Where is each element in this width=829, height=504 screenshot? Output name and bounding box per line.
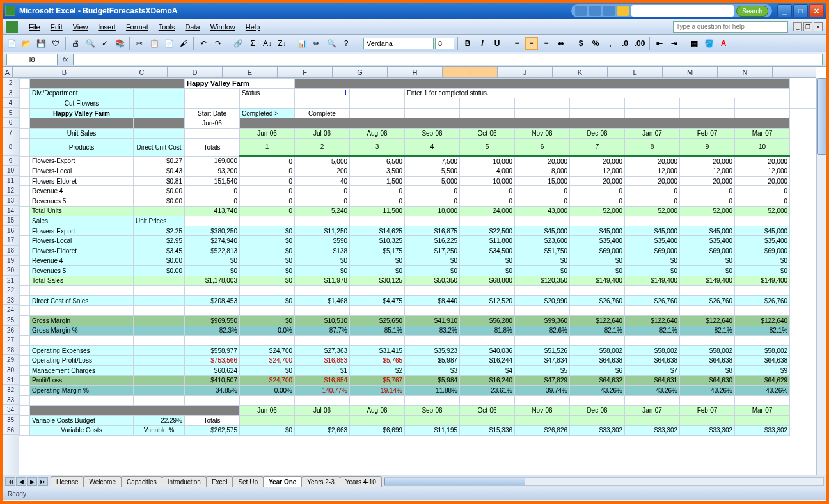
- cell[interactable]: Variable Costs Budget: [30, 416, 134, 426]
- cell[interactable]: $380,250: [185, 226, 240, 236]
- cell[interactable]: [570, 416, 625, 426]
- cell[interactable]: 5,000: [295, 156, 350, 166]
- cell[interactable]: $0: [570, 266, 625, 276]
- cell[interactable]: Jul-06: [295, 406, 350, 416]
- copy-icon[interactable]: 📋: [148, 37, 161, 50]
- row-header[interactable]: 25: [3, 315, 19, 326]
- cell[interactable]: [134, 386, 185, 396]
- cell[interactable]: 12,000: [735, 166, 790, 177]
- cell[interactable]: 82.1%: [625, 326, 680, 336]
- cell[interactable]: [240, 395, 295, 406]
- cell[interactable]: Jun-06: [240, 406, 295, 416]
- cell[interactable]: Flowers-Eldoret: [30, 176, 134, 186]
- cell[interactable]: [680, 98, 735, 109]
- row-header[interactable]: 13: [3, 196, 19, 206]
- cell[interactable]: $0: [460, 266, 515, 276]
- row-header[interactable]: 20: [3, 265, 19, 276]
- cell[interactable]: $0: [240, 425, 295, 436]
- cell[interactable]: [515, 306, 570, 316]
- cell[interactable]: Aug-06: [350, 406, 405, 416]
- cell[interactable]: $0: [460, 256, 515, 266]
- cell[interactable]: 52,000: [570, 206, 625, 216]
- sort-asc-icon[interactable]: A↓: [261, 37, 274, 50]
- cell[interactable]: Revenue 4: [30, 186, 134, 196]
- row-header[interactable]: 16: [3, 226, 19, 236]
- cell[interactable]: [134, 366, 185, 376]
- cell[interactable]: $0: [515, 256, 570, 266]
- cell[interactable]: 20,000: [735, 176, 790, 186]
- cell[interactable]: 169,000: [185, 156, 240, 166]
- cell[interactable]: $47,834: [515, 356, 570, 366]
- cell[interactable]: 0: [350, 196, 405, 206]
- cell[interactable]: $64,629: [735, 375, 790, 386]
- horizontal-scrollbar[interactable]: [384, 477, 824, 486]
- cell[interactable]: 20,000: [735, 156, 790, 166]
- cell[interactable]: [134, 295, 185, 306]
- cell[interactable]: [735, 286, 790, 296]
- cell[interactable]: [20, 406, 30, 416]
- row-header[interactable]: 15: [3, 216, 19, 226]
- cell[interactable]: [20, 316, 30, 326]
- format-painter-icon[interactable]: 🖌: [177, 37, 190, 50]
- align-center-icon[interactable]: ≡: [525, 37, 538, 50]
- cell[interactable]: Mar-07: [735, 406, 790, 416]
- cell[interactable]: $1,468: [295, 295, 350, 306]
- cell[interactable]: $0.00: [134, 266, 185, 276]
- cell[interactable]: [185, 98, 240, 109]
- cell[interactable]: $47,829: [515, 375, 570, 386]
- cell[interactable]: [735, 336, 790, 346]
- cell[interactable]: $0.43: [134, 166, 185, 177]
- cell[interactable]: $122,640: [680, 316, 735, 326]
- cell[interactable]: Mar-07: [735, 128, 790, 138]
- cell[interactable]: 20,000: [625, 176, 680, 186]
- cell[interactable]: $45,000: [625, 226, 680, 236]
- row-header[interactable]: 22: [3, 285, 19, 295]
- spell-icon[interactable]: ✓: [99, 37, 111, 50]
- cell[interactable]: Totals: [185, 138, 240, 156]
- cell[interactable]: Jun-06: [185, 118, 240, 129]
- cell[interactable]: [570, 108, 625, 118]
- cell[interactable]: $0: [625, 266, 680, 276]
- cell[interactable]: [295, 216, 350, 226]
- cell[interactable]: 43.26%: [570, 386, 625, 396]
- cell[interactable]: [515, 336, 570, 346]
- cell[interactable]: Jan-07: [625, 406, 680, 416]
- cell[interactable]: [460, 416, 515, 426]
- cell[interactable]: 52,000: [680, 206, 735, 216]
- cell[interactable]: [20, 79, 30, 89]
- cell[interactable]: [134, 395, 185, 406]
- cell[interactable]: [20, 88, 30, 98]
- cell[interactable]: [30, 406, 240, 416]
- cell[interactable]: [20, 108, 30, 118]
- cell[interactable]: 0: [460, 186, 515, 196]
- cell[interactable]: 20,000: [680, 156, 735, 166]
- cell[interactable]: Jan-07: [625, 128, 680, 138]
- cell[interactable]: Aug-06: [350, 128, 405, 138]
- col-header[interactable]: M: [663, 67, 718, 77]
- cell-grid[interactable]: Happy Valley FarmDiv./DepartmentStatus1E…: [19, 78, 816, 475]
- home-icon[interactable]: [575, 6, 587, 16]
- col-header[interactable]: I: [443, 67, 498, 77]
- cell[interactable]: 0: [735, 196, 790, 206]
- cell[interactable]: [185, 306, 240, 316]
- col-header[interactable]: H: [388, 67, 443, 77]
- sheet-tab[interactable]: Introduction: [162, 476, 207, 487]
- cell[interactable]: [134, 336, 185, 346]
- cell[interactable]: Happy Valley Farm: [30, 108, 134, 118]
- row-header[interactable]: 36: [3, 425, 19, 436]
- col-header[interactable]: D: [168, 67, 223, 77]
- cell[interactable]: $10,325: [350, 236, 405, 246]
- sheet-tab[interactable]: Years 2-3: [301, 476, 340, 487]
- row-header[interactable]: 14: [3, 206, 19, 216]
- cell[interactable]: [185, 286, 240, 296]
- col-header[interactable]: A: [3, 67, 13, 77]
- cell[interactable]: 43.26%: [625, 386, 680, 396]
- cell[interactable]: $11,800: [460, 236, 515, 246]
- cell[interactable]: 7: [570, 138, 625, 156]
- cell[interactable]: [350, 395, 405, 406]
- cell[interactable]: 0: [185, 186, 240, 196]
- cell[interactable]: [735, 416, 790, 426]
- cell[interactable]: 20,000: [570, 156, 625, 166]
- cell[interactable]: $26,760: [625, 295, 680, 306]
- col-header[interactable]: F: [278, 67, 333, 77]
